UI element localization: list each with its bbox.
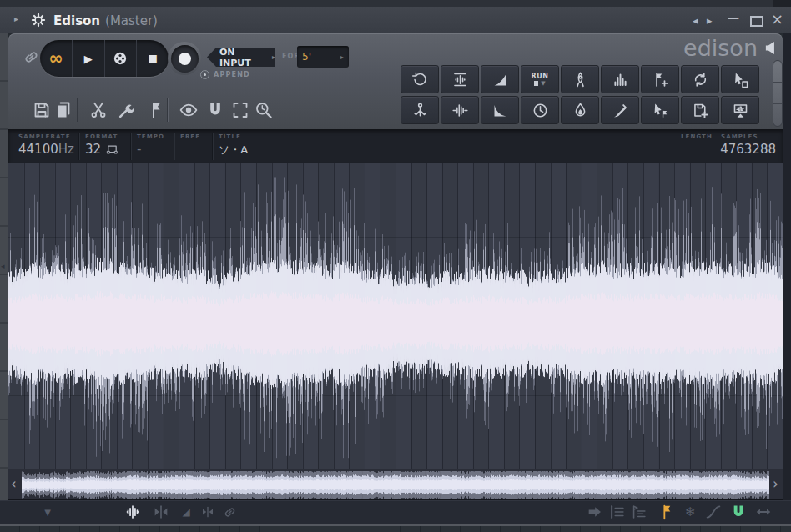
tool-button-fade-out[interactable] bbox=[481, 96, 519, 124]
tool-button-cursor-flag[interactable] bbox=[641, 96, 679, 124]
magnet-active-icon[interactable] bbox=[729, 503, 748, 521]
format-value[interactable]: 32 bbox=[85, 142, 101, 157]
samples-label: SAMPLES bbox=[721, 133, 758, 140]
scroll-right-arrow[interactable]: › bbox=[773, 475, 778, 492]
tool-button-fade-in[interactable] bbox=[481, 65, 519, 93]
window-title: Edison(Master) bbox=[53, 13, 158, 28]
run-dropdown-icon: ▼ bbox=[541, 80, 545, 87]
tool-button-cursor-copy[interactable] bbox=[721, 65, 759, 93]
record-mode-selector[interactable]: ON INPUT ▸ bbox=[207, 48, 275, 67]
select-icon[interactable] bbox=[230, 100, 250, 120]
plugin-name: Edison bbox=[53, 13, 100, 28]
tempo-value[interactable]: - bbox=[137, 142, 141, 157]
samplerate-value[interactable]: 44100Hz bbox=[18, 142, 74, 157]
append-label: APPEND bbox=[214, 71, 250, 78]
main-waveform-canvas[interactable] bbox=[8, 163, 783, 469]
prev-preset-button[interactable]: ◂ bbox=[693, 14, 698, 27]
wrench-icon[interactable] bbox=[117, 100, 137, 120]
menu-down-icon[interactable]: ▼ bbox=[38, 503, 57, 521]
overview-strip bbox=[8, 469, 783, 500]
run-label: RUN bbox=[532, 73, 549, 80]
snowflake-icon[interactable]: ❄ bbox=[681, 503, 699, 521]
resize-grip[interactable] bbox=[773, 60, 783, 127]
snap-in-small-icon[interactable] bbox=[200, 504, 215, 519]
title-value[interactable]: ソ・A bbox=[219, 143, 248, 158]
record-mode-label: ON INPUT bbox=[219, 47, 268, 68]
record-length-value: 5' bbox=[302, 51, 340, 63]
free-label: FREE bbox=[180, 133, 200, 140]
tool-button-resync[interactable] bbox=[681, 65, 719, 93]
disc-icon bbox=[112, 50, 128, 67]
arrow-right-icon[interactable] bbox=[586, 503, 604, 521]
disc-button[interactable] bbox=[104, 40, 137, 77]
gear-icon[interactable] bbox=[30, 12, 47, 28]
scissors-icon[interactable] bbox=[88, 100, 108, 120]
info-separator bbox=[130, 133, 131, 160]
play-button[interactable]: ▶ bbox=[72, 40, 104, 77]
h-scroll-icon[interactable] bbox=[754, 503, 773, 521]
collapse-arrow-icon[interactable]: ▸ bbox=[14, 14, 18, 23]
append-option[interactable]: APPEND bbox=[200, 70, 250, 79]
tool-button-rocket[interactable] bbox=[561, 65, 599, 93]
record-dot-icon bbox=[179, 53, 191, 65]
marker-list-icon[interactable] bbox=[630, 503, 648, 521]
toolbar-separator bbox=[77, 98, 78, 122]
samplerate-label: SAMPLERATE bbox=[18, 133, 71, 140]
stereo-format-icon[interactable] bbox=[105, 143, 119, 156]
wave-select-icon[interactable] bbox=[123, 503, 142, 521]
tool-button-eq-curve[interactable] bbox=[441, 96, 479, 124]
desktop-strip bbox=[0, 0, 791, 7]
tool-button-drop[interactable] bbox=[561, 96, 599, 124]
tool-button-brush[interactable] bbox=[601, 96, 639, 124]
speaker-icon bbox=[762, 39, 780, 57]
scroll-left-arrow[interactable]: ‹ bbox=[11, 475, 17, 492]
title-label: TITLE bbox=[219, 133, 241, 140]
snap-in-icon[interactable] bbox=[152, 503, 170, 521]
format-label: FORMAT bbox=[85, 133, 118, 140]
link-small-icon[interactable] bbox=[222, 504, 238, 520]
tool-button-run-script[interactable]: RUN▼ bbox=[521, 65, 559, 93]
record-length-selector[interactable]: 5' ▸ bbox=[297, 46, 349, 68]
toolbar-separator bbox=[167, 98, 168, 122]
zoom-icon[interactable] bbox=[254, 100, 274, 120]
samples-value[interactable]: 4763288 bbox=[684, 142, 776, 157]
maximize-button[interactable] bbox=[750, 16, 763, 27]
tool-button-spectrum[interactable] bbox=[601, 65, 639, 93]
overview-waveform-canvas[interactable] bbox=[22, 471, 769, 499]
region-list-icon[interactable] bbox=[608, 503, 627, 521]
tool-button-flag-add[interactable] bbox=[641, 65, 679, 93]
waveform-area bbox=[8, 163, 783, 469]
wedge-icon[interactable]: ◢ bbox=[177, 503, 195, 521]
minimize-button[interactable]: — bbox=[728, 11, 739, 24]
plugin-target: (Master) bbox=[105, 13, 158, 28]
link-icon[interactable] bbox=[22, 48, 41, 67]
tool-button-export-up[interactable] bbox=[721, 96, 759, 124]
record-button[interactable] bbox=[168, 42, 201, 75]
desktop-corner bbox=[773, 0, 791, 7]
radio-icon bbox=[200, 70, 209, 79]
close-button[interactable]: × bbox=[771, 10, 783, 28]
info-separator bbox=[212, 133, 213, 160]
info-separator bbox=[174, 133, 174, 160]
edison-window: ▸ Edison(Master) ◂ ▸ — × ∞ ▶ ■ ON INPUT … bbox=[0, 0, 791, 532]
preview-icon[interactable] bbox=[179, 100, 199, 120]
marker-icon[interactable] bbox=[147, 100, 167, 120]
tool-button-save-add[interactable] bbox=[681, 96, 719, 124]
marker-active-icon[interactable] bbox=[658, 503, 677, 521]
tool-button-rotate-ccw[interactable] bbox=[401, 65, 439, 93]
tool-button-declick[interactable] bbox=[441, 65, 479, 93]
window-frame-right bbox=[783, 33, 791, 500]
desktop-grid-strip bbox=[0, 526, 791, 532]
stop-button[interactable]: ■ bbox=[136, 40, 169, 77]
save-icon[interactable] bbox=[32, 100, 52, 120]
tool-button-claw[interactable] bbox=[401, 96, 439, 124]
infinity-icon: ∞ bbox=[48, 50, 63, 68]
tool-button-clock[interactable] bbox=[521, 96, 559, 124]
next-preset-button[interactable]: ▸ bbox=[707, 14, 713, 27]
magnet-icon[interactable] bbox=[205, 100, 225, 120]
loop-button[interactable]: ∞ bbox=[40, 40, 72, 77]
smooth-curve-icon[interactable] bbox=[704, 503, 723, 521]
copy-icon[interactable] bbox=[53, 100, 73, 120]
left-notch-icon: ◂ bbox=[1, 262, 5, 270]
tempo-label: TEMPO bbox=[137, 133, 164, 140]
